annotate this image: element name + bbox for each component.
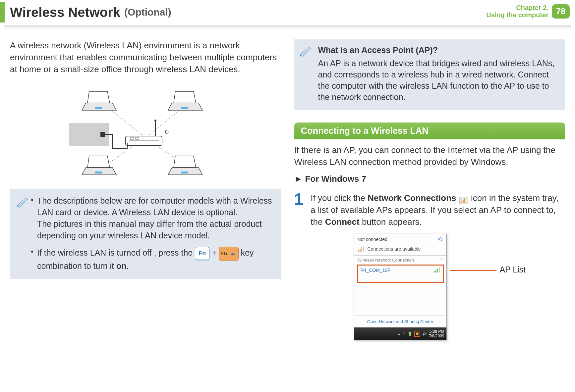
- ap-definition-body: An AP is a network device that bridges w…: [318, 58, 558, 103]
- intro-paragraph: A wireless network (Wireless LAN) enviro…: [10, 39, 281, 75]
- note-icon: [299, 45, 312, 57]
- ap-name-label: R4_COM_19F: [361, 268, 390, 273]
- signal-bars-icon: [358, 246, 365, 252]
- ap-list-callout: AP List: [500, 265, 526, 274]
- svg-rect-20: [463, 200, 464, 203]
- svg-rect-27: [435, 270, 436, 272]
- popup-header: Not connected: [354, 234, 446, 245]
- svg-rect-28: [437, 269, 438, 272]
- svg-rect-26: [434, 271, 435, 272]
- flag-icon[interactable]: 🏳: [402, 332, 406, 336]
- clock-date: 7/8/2009: [429, 334, 444, 338]
- network-tray-icon[interactable]: [414, 331, 420, 337]
- svg-rect-25: [363, 246, 364, 252]
- note-box-left: The descriptions below are for computer …: [10, 189, 281, 279]
- signal-bars-icon: [433, 268, 440, 273]
- svg-rect-13: [95, 107, 102, 109]
- open-network-center-link[interactable]: Open Network and Sharing Center: [354, 316, 446, 327]
- connections-available-label: Connections are available: [368, 246, 421, 252]
- network-popup-screenshot: Not connected Connections are available …: [354, 234, 447, 340]
- clock: 5:38 PM 7/8/2009: [429, 329, 444, 338]
- network-connections-icon: [459, 195, 468, 202]
- section-heading-connecting: Connecting to a Wireless LAN: [294, 122, 565, 139]
- taskbar: ▴ 🏳 🔋 🔊 5:38 PM 7/8/2009: [354, 327, 446, 340]
- svg-point-9: [154, 120, 156, 122]
- ap-list-item[interactable]: R4_COM_19F: [357, 265, 444, 283]
- bullet-icon: [31, 199, 33, 201]
- popup-blank-area: [354, 286, 446, 316]
- fn-key-icon: Fn: [195, 247, 209, 260]
- svg-rect-14: [181, 107, 188, 109]
- svg-point-17: [232, 254, 233, 255]
- note-icon: [16, 196, 29, 208]
- svg-rect-19: [461, 201, 462, 203]
- svg-rect-29: [439, 268, 440, 272]
- note-item-1: The descriptions below are for computer …: [17, 195, 274, 241]
- right-column: What is an Access Point (AP)? An AP is a…: [294, 39, 565, 340]
- note-text-2a: If the wireless LAN is turned off , pres…: [37, 248, 195, 257]
- svg-rect-23: [360, 249, 361, 252]
- windows7-label: For Windows 7: [305, 174, 366, 184]
- callout-line: [450, 270, 496, 271]
- network-connections-label: Network Connections: [368, 193, 456, 203]
- svg-text:))): ))): [165, 129, 169, 134]
- ap-question-heading: What is an Access Point (AP)?: [318, 45, 558, 55]
- clock-time: 5:38 PM: [429, 329, 444, 334]
- ap-definition-box: What is an Access Point (AP)? An AP is a…: [294, 39, 565, 110]
- note-period: .: [127, 261, 129, 270]
- note-item-2: If the wireless LAN is turned off , pres…: [17, 247, 274, 272]
- step-1-text: If you click the Network Connections ico…: [311, 192, 565, 228]
- f12-key-icon: F12: [219, 247, 239, 260]
- note-text-1a: The descriptions below are for computer …: [37, 196, 272, 217]
- connect-word: Connect: [325, 217, 360, 227]
- page-header: Wireless Network (Optional) Chapter 2. U…: [0, 0, 575, 25]
- plus-sign: +: [212, 248, 219, 257]
- wlan-diagram: ))): [63, 83, 228, 182]
- note-text-1b: The pictures in this manual may differ f…: [37, 219, 262, 240]
- chapter-line-2: Using the computer: [486, 11, 548, 19]
- svg-rect-21: [464, 198, 465, 203]
- chevron-up-icon[interactable]: ⌃: [439, 258, 443, 263]
- step1-part-a: If you click the: [311, 193, 368, 203]
- step-1: 1 If you click the Network Connections i…: [294, 192, 565, 228]
- wireless-section-label: Wireless Network Connection: [358, 258, 414, 263]
- step1-part-c: button appears.: [360, 217, 422, 227]
- step-number-1: 1: [294, 192, 304, 228]
- page-title: Wireless Network: [10, 5, 120, 20]
- svg-point-30: [416, 332, 419, 335]
- chapter-line-1: Chapter 2.: [486, 4, 548, 11]
- header-accent-bar: [0, 2, 5, 23]
- chevron-up-icon[interactable]: ▴: [398, 332, 400, 336]
- windows7-subheading: ► For Windows 7: [294, 174, 565, 184]
- left-column: A wireless network (Wireless LAN) enviro…: [10, 39, 281, 340]
- wireless-section-title: Wireless Network Connection ⌃: [354, 255, 446, 263]
- volume-icon[interactable]: 🔊: [422, 332, 427, 336]
- svg-rect-12: [100, 132, 105, 137]
- page-number-badge: 78: [552, 4, 570, 19]
- page-subtitle: (Optional): [124, 7, 171, 18]
- note-on-word: on: [116, 261, 127, 270]
- f12-key-label: F12: [221, 248, 228, 259]
- refresh-icon[interactable]: [438, 237, 443, 242]
- connections-row: Connections are available: [354, 245, 446, 255]
- svg-rect-15: [95, 172, 102, 173]
- header-shadow: [4, 25, 571, 29]
- arrow-marker-icon: ►: [294, 174, 303, 184]
- header-right-group: Chapter 2. Using the computer 78: [486, 4, 570, 19]
- svg-rect-16: [181, 172, 188, 173]
- not-connected-label: Not connected: [358, 237, 387, 242]
- tray-icons: ▴ 🏳 🔋 🔊: [398, 331, 427, 337]
- battery-icon[interactable]: 🔋: [408, 332, 412, 336]
- section-intro: If there is an AP, you can connect to th…: [294, 144, 565, 168]
- svg-rect-22: [358, 250, 359, 252]
- screenshot-callout-wrap: Not connected Connections are available …: [354, 234, 565, 340]
- bullet-icon: [31, 251, 33, 253]
- svg-rect-24: [361, 247, 362, 252]
- chapter-info: Chapter 2. Using the computer: [486, 4, 548, 19]
